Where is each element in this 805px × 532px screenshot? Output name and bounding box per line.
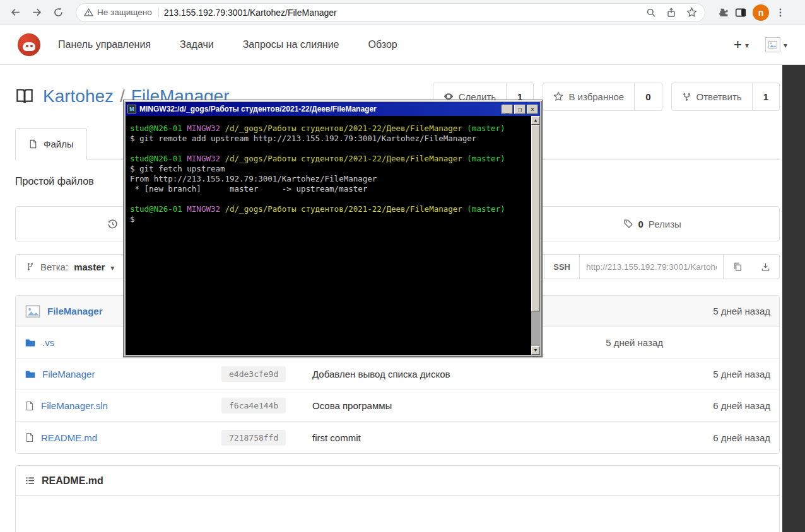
user-menu[interactable] [765, 37, 787, 52]
repo-owner-link[interactable]: Kartohez [43, 86, 114, 107]
nav-link-explore[interactable]: Обзор [368, 39, 397, 50]
fork-label: Ответвить [696, 91, 742, 102]
tab-files-label: Файлы [44, 139, 74, 149]
nav-link-dashboard[interactable]: Панель управления [58, 39, 151, 50]
new-repo-menu[interactable] [734, 38, 749, 52]
committer-name[interactable]: FileManager [47, 306, 103, 316]
table-row: FileManager e4de3cfe9d Добавлен вывод сп… [16, 359, 779, 390]
commit-sha[interactable]: f6ca4e144b [221, 398, 286, 413]
releases-label: Релизы [649, 219, 681, 229]
star-group: В избранное 0 [543, 83, 662, 111]
bookmark-star-icon[interactable] [686, 7, 697, 18]
repo-book-icon [15, 87, 34, 106]
file-link[interactable]: FileManager.sln [41, 400, 108, 411]
file-link[interactable]: README.md [41, 432, 97, 443]
history-icon [107, 219, 118, 229]
file-age: 6 дней назад [713, 432, 779, 443]
terminal-title: MINGW32:/d/_gogs/Работы студентов/2021-2… [139, 105, 498, 113]
minimize-button[interactable]: _ [502, 105, 513, 114]
warning-icon [84, 8, 93, 17]
plus-icon [734, 38, 742, 52]
file-icon [28, 139, 38, 149]
terminal-icon: M [127, 105, 136, 113]
star-button[interactable]: В избранное [543, 83, 635, 111]
file-link[interactable]: .vs [42, 337, 54, 348]
file-age: 5 дней назад [606, 337, 672, 348]
stat-releases[interactable]: 0 Релизы [525, 207, 779, 241]
tab-files[interactable]: Файлы [15, 128, 87, 160]
commit-sha[interactable]: e4de3cfe9d [221, 366, 286, 382]
commit-message: Добавлен вывод списка дисков [302, 369, 672, 379]
commit-sha[interactable]: 7218758ffd [221, 430, 286, 446]
ssh-protocol-button[interactable]: SSH [544, 254, 579, 279]
folder-icon [25, 337, 36, 349]
forward-button[interactable] [28, 4, 45, 21]
clone-group: HTTP SSH [504, 254, 780, 279]
file-link[interactable]: FileManager [42, 369, 95, 379]
browser-menu-icon[interactable] [775, 8, 785, 18]
star-label: В избранное [568, 91, 624, 102]
fork-count[interactable]: 1 [753, 83, 780, 111]
table-row: README.md 7218758ffd first commit 6 дней… [16, 422, 779, 453]
committer-avatar [25, 303, 41, 320]
fork-button[interactable]: Ответвить [671, 83, 753, 111]
desktop-background-strip [782, 65, 805, 532]
zoom-icon[interactable] [646, 8, 656, 18]
readme-header: README.md [16, 466, 779, 496]
readme-panel: README.md [15, 465, 780, 532]
screen: Не защищено 213.155.192.79:3001/Kartohez… [0, 0, 805, 532]
branch-name: master [74, 262, 105, 272]
branch-label: Ветка: [40, 262, 68, 272]
latest-commit-age: 5 дней назад [713, 306, 770, 316]
browser-profile-avatar[interactable]: n [753, 4, 769, 21]
branch-selector[interactable]: Ветка: master [15, 254, 125, 279]
fork-icon [682, 92, 691, 101]
readme-title: README.md [42, 475, 103, 487]
file-icon [25, 432, 35, 442]
reload-button[interactable] [49, 4, 67, 21]
scroll-down-icon[interactable]: ▼ [531, 346, 540, 355]
download-icon [761, 262, 770, 272]
releases-count: 0 [638, 219, 643, 229]
chevron-down-icon [745, 39, 749, 50]
list-icon [25, 475, 35, 486]
gogs-navbar: Панель управления Задачи Запросы на слия… [0, 25, 805, 65]
close-button[interactable]: × [527, 105, 538, 114]
commit-message: Осова программы [302, 400, 672, 411]
nav-link-issues[interactable]: Задачи [180, 39, 214, 50]
extensions-puzzle-icon[interactable] [718, 7, 729, 18]
tag-icon [623, 219, 633, 229]
security-indicator[interactable]: Не защищено [84, 8, 159, 17]
readme-content [16, 496, 779, 532]
file-age: 6 дней назад [713, 400, 779, 411]
star-count[interactable]: 0 [635, 83, 662, 111]
back-button[interactable] [6, 4, 24, 21]
copy-icon [733, 262, 743, 272]
terminal-scrollbar[interactable]: ▲ ▼ [531, 116, 540, 355]
terminal-window[interactable]: M MINGW32:/d/_gogs/Работы студентов/2021… [123, 100, 543, 357]
nav-link-pull-requests[interactable]: Запросы на слияние [243, 39, 339, 50]
url-text[interactable]: 213.155.192.79:3001/Kartohez/FileManager [164, 8, 641, 18]
scrollbar-thumb[interactable] [531, 125, 540, 311]
table-row: FileManager.sln f6ca4e144b Осова програм… [16, 390, 779, 422]
address-bar[interactable]: Не защищено 213.155.192.79:3001/Kartohez… [76, 3, 705, 22]
copy-url-button[interactable] [723, 254, 751, 279]
branch-icon [26, 262, 35, 271]
file-age: 5 дней назад [713, 369, 779, 379]
terminal-output[interactable]: stud@N26-01 MINGW32 /d/_gogs/Работы студ… [126, 116, 531, 355]
star-icon [553, 91, 563, 101]
share-icon[interactable] [666, 8, 676, 18]
chevron-down-icon [784, 39, 787, 50]
gogs-logo[interactable] [18, 33, 40, 56]
terminal-titlebar[interactable]: M MINGW32:/d/_gogs/Работы студентов/2021… [126, 102, 540, 116]
commit-message: first commit [302, 432, 672, 443]
security-label: Не защищено [97, 8, 152, 17]
download-button[interactable] [751, 254, 780, 279]
maximize-button[interactable]: ❐ [514, 105, 526, 114]
clone-url-input[interactable] [579, 254, 723, 279]
scroll-up-icon[interactable]: ▲ [531, 116, 540, 125]
browser-toolbar: Не защищено 213.155.192.79:3001/Kartohez… [0, 0, 805, 25]
folder-icon [25, 369, 36, 380]
side-panel-icon[interactable] [735, 7, 746, 18]
chevron-down-icon [110, 262, 114, 272]
